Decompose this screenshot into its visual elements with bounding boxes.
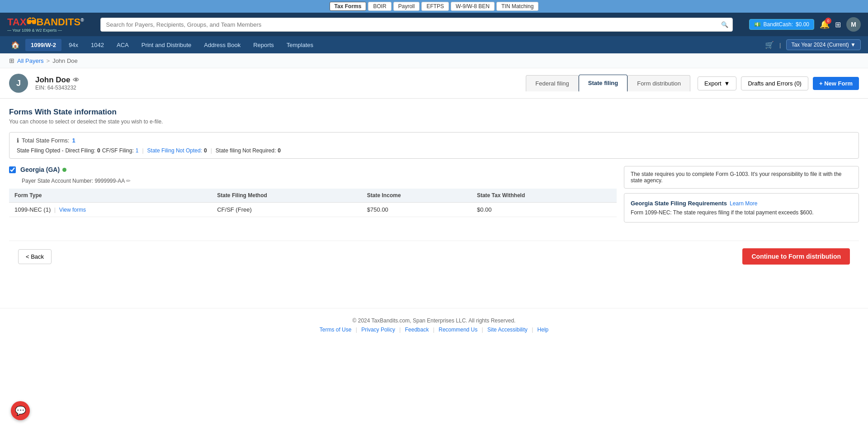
nav-home-icon[interactable]: 🏠 <box>7 39 24 51</box>
footer-terms[interactable]: Terms of Use <box>320 327 352 333</box>
nav-1042[interactable]: 1042 <box>85 39 109 51</box>
payer-info: John Doe 👁 EIN: 64-5343232 <box>35 76 509 91</box>
cell-form-type: 1099-NEC (1) | View forms <box>9 203 212 217</box>
state-not-required-val: 0 <box>278 147 281 154</box>
tab-form-distribution[interactable]: Form distribution <box>627 75 690 91</box>
footer-accessibility[interactable]: Site Accessibility <box>487 327 528 333</box>
nav-94x[interactable]: 94x <box>63 39 84 51</box>
col-state-income: State Income <box>362 189 472 203</box>
state-section: Georgia (GA) Payer State Account Number:… <box>9 166 859 223</box>
cell-state-income: $750.00 <box>362 203 472 217</box>
grid-icon[interactable]: ⊞ <box>835 20 841 29</box>
nav-menu: 🏠 1099/W-2 94x 1042 ACA Print and Distri… <box>0 36 868 53</box>
avatar[interactable]: M <box>846 17 861 32</box>
state-not-opted-label[interactable]: State Filing Not Opted: <box>147 147 202 154</box>
tax-year-button[interactable]: Tax Year 2024 (Current) ▼ <box>786 39 861 50</box>
info-icon: ℹ <box>17 137 19 144</box>
state-checkbox[interactable] <box>9 166 16 173</box>
footer-help[interactable]: Help <box>538 327 549 333</box>
payer-name: John Doe 👁 <box>35 76 509 85</box>
logo-sub: — Your 1099 & W2 Experts — <box>7 28 84 33</box>
nav-right: 🛒 | Tax Year 2024 (Current) ▼ <box>765 39 861 50</box>
state-left: Georgia (GA) Payer State Account Number:… <box>9 166 617 217</box>
topnav-payroll[interactable]: Payroll <box>393 2 420 11</box>
header-right: 💵 BanditCash: $0.00 🔔 0 ⊞ M <box>749 17 861 32</box>
section-title: Forms With State information <box>9 108 859 117</box>
continue-button[interactable]: Continue to Form distribution <box>742 248 850 265</box>
sep-f4: | <box>482 327 483 333</box>
col-state-tax: State Tax Withheld <box>472 189 617 203</box>
state-header-row: Georgia (GA) <box>9 166 617 173</box>
export-chevron-icon: ▼ <box>724 80 730 87</box>
nav-address-book[interactable]: Address Book <box>198 39 246 51</box>
topnav-eftps[interactable]: EFTPS <box>421 2 449 11</box>
summary-title: ℹ Total State Forms: 1 <box>17 137 851 144</box>
cart-icon[interactable]: 🛒 <box>765 41 774 49</box>
search-input[interactable] <box>100 18 733 32</box>
footer-feedback[interactable]: Feedback <box>405 327 429 333</box>
learn-more-link[interactable]: Learn More <box>730 200 757 207</box>
logo-text: TAX🕶BANDITS® <box>7 16 84 28</box>
state-notice: The state requires you to complete Form … <box>624 166 859 189</box>
bandit-cash-label: BanditCash: <box>764 21 793 28</box>
col-form-type: Form Type <box>9 189 212 203</box>
nav-reports[interactable]: Reports <box>248 39 279 51</box>
payer-avatar: J <box>9 74 28 93</box>
edit-icon[interactable]: ✏ <box>126 178 131 184</box>
search-icon: 🔍 <box>721 21 728 28</box>
payer-name-text: John Doe <box>35 76 70 85</box>
nav-1099w2[interactable]: 1099/W-2 <box>25 39 61 51</box>
ein-value: 64-5343232 <box>47 85 76 91</box>
footer-links: Terms of Use | Privacy Policy | Feedback… <box>9 327 859 333</box>
pipe-sep: | <box>54 206 56 213</box>
form-table: Form Type State Filing Method State Inco… <box>9 189 617 217</box>
account-value: 9999999-AA <box>94 178 124 184</box>
breadcrumb-all-payers[interactable]: All Payers <box>17 57 44 64</box>
drafts-errors-button[interactable]: Drafts and Errors (0) <box>741 76 808 90</box>
topnav-w9w8ben[interactable]: W-9/W-8 BEN <box>451 2 495 11</box>
new-form-button[interactable]: + New Form <box>813 77 859 90</box>
tab-state-filing[interactable]: State filing <box>579 75 627 92</box>
bottom-bar: < Back Continue to Form distribution <box>9 241 859 272</box>
nav-print-distribute[interactable]: Print and Distribute <box>136 39 197 51</box>
footer: © 2024 TaxBandits.com, Span Enterprises … <box>0 308 868 342</box>
summary-label: Total State Forms: <box>22 137 69 144</box>
table-header-row: Form Type State Filing Method State Inco… <box>9 189 617 203</box>
footer-privacy[interactable]: Privacy Policy <box>361 327 395 333</box>
footer-recommend[interactable]: Recommend Us <box>439 327 477 333</box>
logo-tax: TAX <box>7 16 26 28</box>
view-forms-link[interactable]: View forms <box>59 207 86 213</box>
header-bar: TAX🕶BANDITS® — Your 1099 & W2 Experts — … <box>0 13 868 36</box>
topnav-tax-forms[interactable]: Tax Forms <box>330 2 367 11</box>
sep-f3: | <box>433 327 434 333</box>
tab-federal-filing[interactable]: Federal filing <box>526 75 578 91</box>
bandit-cash[interactable]: 💵 BanditCash: $0.00 <box>749 19 814 30</box>
back-button[interactable]: < Back <box>18 249 52 264</box>
sep-f5: | <box>532 327 533 333</box>
breadcrumb-grid-icon: ⊞ <box>9 57 14 64</box>
nav-divider: | <box>779 42 781 48</box>
footer-copyright: © 2024 TaxBandits.com, Span Enterprises … <box>9 317 859 324</box>
payer-header: J John Doe 👁 EIN: 64-5343232 Federal fil… <box>0 68 868 99</box>
main-content: Forms With State information You can cho… <box>0 99 868 281</box>
table-row: 1099-NEC (1) | View forms CF/SF (Free) $… <box>9 203 617 217</box>
cf-sf-val[interactable]: 1 <box>136 147 139 154</box>
breadcrumb-current: John Doe <box>52 57 78 64</box>
eye-icon[interactable]: 👁 <box>73 76 79 84</box>
bandit-cash-value: $0.00 <box>796 21 809 28</box>
cf-sf-label: CF/SF Filing: <box>102 147 134 154</box>
state-filing-opted-label: State Filing Opted - <box>17 147 63 154</box>
green-dot-icon <box>62 168 66 172</box>
nav-aca[interactable]: ACA <box>111 39 134 51</box>
state-name: Georgia (GA) <box>20 166 66 173</box>
form-count: (1) <box>43 206 51 213</box>
state-right: The state requires you to complete Form … <box>624 166 859 223</box>
state-filing-requirements-box: Georgia State Filing Requirements Learn … <box>624 193 859 223</box>
state-filing-title: Georgia State Filing Requirements Learn … <box>631 200 852 207</box>
export-button[interactable]: Export ▼ <box>698 76 736 90</box>
topnav-boir[interactable]: BOIR <box>368 2 391 11</box>
notification-button[interactable]: 🔔 0 <box>820 19 830 29</box>
payer-ein: EIN: 64-5343232 <box>35 85 509 91</box>
nav-templates[interactable]: Templates <box>281 39 319 51</box>
topnav-tin-matching[interactable]: TIN Matching <box>496 2 538 11</box>
